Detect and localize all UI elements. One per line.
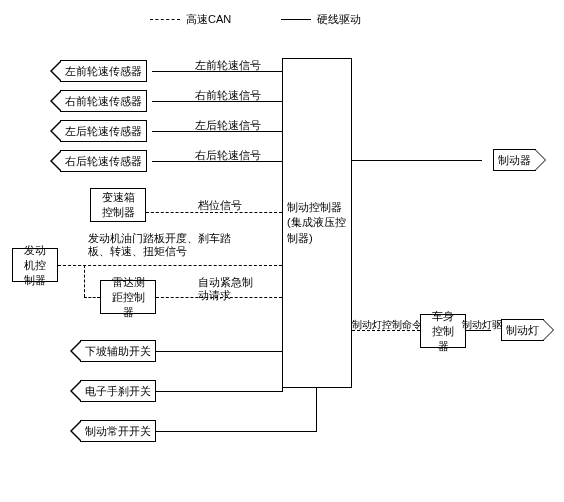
output-brakelight-label: 制动灯 — [506, 323, 539, 338]
sensor-rr-label: 右后轮速传感器 — [65, 154, 142, 169]
sensor-lr: 左后轮速传感器 — [60, 120, 147, 142]
legend-can: 高速CAN — [186, 12, 231, 27]
main-l2: (集成液压控制器) — [287, 215, 347, 246]
ecu-box: 发动机控制器 — [12, 248, 58, 282]
output-brake: 制动器 — [493, 149, 536, 171]
switch-brake-label: 制动常开开关 — [85, 424, 151, 439]
legend: 高速CAN 硬线驱动 — [150, 12, 361, 27]
bcm-label: 车身控制器 — [427, 309, 459, 354]
ecu-label: 发动机控制器 — [19, 243, 51, 288]
switch-brake-no: 制动常开开关 — [80, 420, 156, 442]
tcu-label: 变速箱控制器 — [97, 190, 139, 220]
switch-epb-label: 电子手刹开关 — [85, 384, 151, 399]
main-l1: 制动控制器 — [287, 200, 347, 215]
sensor-lf-label: 左前轮速传感器 — [65, 64, 142, 79]
tcu-box: 变速箱控制器 — [90, 188, 146, 222]
sig-engine: 发动机油门踏板开度、刹车踏板、转速、扭矩信号 — [88, 232, 248, 258]
main-controller: 制动控制器 (集成液压控制器) — [282, 58, 352, 388]
switch-downhill: 下坡辅助开关 — [80, 340, 156, 362]
radar-box: 雷达测距控制器 — [100, 280, 156, 314]
bcm-box: 车身控制器 — [420, 314, 466, 348]
legend-hard: 硬线驱动 — [317, 12, 361, 27]
hard-line-key — [281, 19, 311, 20]
sensor-rf: 右前轮速传感器 — [60, 90, 147, 112]
sensor-lf: 左前轮速传感器 — [60, 60, 147, 82]
sensor-lr-label: 左后轮速传感器 — [65, 124, 142, 139]
output-brakelight: 制动灯 — [501, 319, 544, 341]
can-line-key — [150, 19, 180, 20]
radar-label: 雷达测距控制器 — [107, 275, 149, 320]
switch-epb: 电子手刹开关 — [80, 380, 156, 402]
sensor-rr: 右后轮速传感器 — [60, 150, 147, 172]
sig-brakelight-cmd: 制动灯控制命令 — [352, 318, 422, 332]
sig-gear: 档位信号 — [198, 198, 242, 213]
switch-downhill-label: 下坡辅助开关 — [85, 344, 151, 359]
sensor-rf-label: 右前轮速传感器 — [65, 94, 142, 109]
output-brake-label: 制动器 — [498, 153, 531, 168]
sig-aeb: 自动紧急制动请求 — [198, 276, 258, 302]
